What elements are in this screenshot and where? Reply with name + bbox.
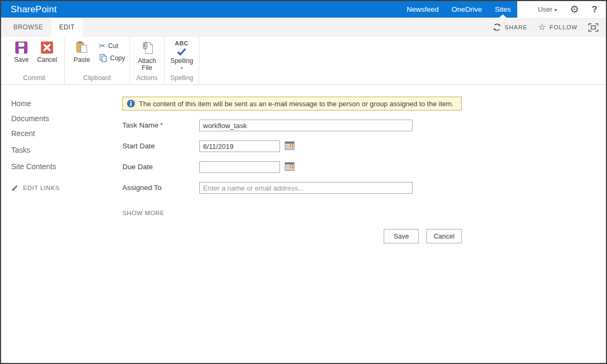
tab-actions: SHARE ☆ FOLLOW: [493, 18, 606, 37]
assigned-to-row: Assigned To: [122, 182, 464, 194]
sidebar-item-site-contents[interactable]: Site Contents: [11, 163, 122, 170]
ribbon-group-actions: Attach File Actions: [130, 37, 165, 84]
due-date-label: Due Date: [122, 161, 199, 171]
help-icon[interactable]: ?: [592, 4, 597, 15]
sidebar-item-recent[interactable]: Recent: [11, 130, 122, 137]
abc-text: ABC: [175, 41, 188, 46]
share-button[interactable]: SHARE: [493, 23, 527, 31]
tab-browse[interactable]: BROWSE: [5, 18, 51, 37]
group-label-actions: Actions: [134, 73, 160, 84]
due-date-picker-button[interactable]: [285, 162, 294, 172]
edit-item-form: The content of this item will be sent as…: [122, 97, 464, 362]
ribbon-cut-button[interactable]: ✂ Cut: [99, 42, 125, 50]
required-mark: *: [160, 121, 163, 129]
cut-label: Cut: [108, 42, 119, 50]
show-more-link[interactable]: SHOW MORE: [122, 210, 464, 216]
suite-link-onedrive[interactable]: OneDrive: [445, 1, 488, 18]
clipboard-icon: [75, 41, 89, 54]
x-square-icon: [40, 41, 54, 54]
sidebar-item-home[interactable]: Home: [11, 100, 122, 107]
start-date-row: Start Date: [122, 140, 464, 152]
share-label: SHARE: [504, 24, 527, 30]
ribbon-group-commit: Save Cancel Commit: [4, 37, 65, 84]
follow-label: FOLLOW: [550, 24, 578, 30]
scissors-icon: ✂: [99, 42, 106, 50]
paste-label: Paste: [74, 57, 90, 64]
copy-label: Copy: [110, 54, 125, 62]
suite-bar: SharePoint Newsfeed OneDrive Sites User …: [1, 1, 606, 18]
suite-nav: Newsfeed OneDrive Sites: [400, 1, 517, 18]
ribbon-group-spelling: ABC Spelling ▾ Spelling: [165, 37, 199, 84]
form-button-row: Save Cancel: [122, 229, 462, 243]
form-cancel-button[interactable]: Cancel: [426, 229, 462, 243]
ribbon-attach-file-button[interactable]: Attach File: [134, 39, 160, 72]
floppy-disk-icon: [14, 41, 28, 54]
group-label-spelling: Spelling: [169, 73, 194, 84]
sharepoint-window: SharePoint Newsfeed OneDrive Sites User …: [0, 0, 607, 364]
group-label-clipboard: Clipboard: [69, 73, 125, 84]
sidebar-item-tasks[interactable]: Tasks: [11, 146, 122, 154]
due-date-input[interactable]: [199, 161, 280, 173]
spelling-label: Spelling: [170, 58, 193, 65]
follow-button[interactable]: ☆ FOLLOW: [538, 23, 578, 31]
ribbon-spelling-button[interactable]: ABC Spelling ▾: [169, 39, 194, 70]
sync-arrows-icon: [493, 23, 501, 31]
sharepoint-logo: SharePoint: [11, 4, 57, 15]
ribbon-save-button[interactable]: Save: [9, 39, 34, 64]
user-menu[interactable]: User ▾: [538, 5, 557, 13]
attach-file-label: Attach File: [135, 58, 159, 72]
ribbon-group-clipboard: Paste ✂ Cut Copy Clipboa: [65, 37, 130, 84]
paperclip-page-icon: [140, 41, 154, 56]
calendar-icon: [285, 141, 294, 150]
notice-text: The content of this item will be sent as…: [139, 100, 454, 108]
chevron-down-icon: ▾: [181, 67, 183, 70]
suite-bar-user-region: User ▾ ⚙ ?: [517, 1, 606, 18]
tab-edit[interactable]: EDIT: [51, 18, 83, 37]
focus-on-content-button[interactable]: [588, 23, 598, 32]
assigned-to-label: Assigned To: [122, 182, 199, 192]
copy-pages-icon: [99, 53, 107, 62]
start-date-picker-button[interactable]: [285, 141, 294, 152]
suite-bar-blue-region: SharePoint Newsfeed OneDrive Sites: [1, 1, 517, 18]
ribbon-paste-button[interactable]: Paste: [69, 39, 95, 64]
edit-links-label: EDIT LINKS: [23, 185, 59, 191]
save-label: Save: [14, 57, 28, 64]
task-name-label-text: Task Name: [122, 121, 159, 129]
due-date-row: Due Date: [122, 161, 464, 173]
assigned-to-input[interactable]: [199, 182, 413, 194]
chevron-down-icon: ▾: [555, 7, 557, 13]
suite-link-sites[interactable]: Sites: [488, 1, 517, 18]
quick-launch-sidebar: Home Documents Recent Tasks Site Content…: [1, 97, 122, 362]
start-date-input[interactable]: [199, 140, 280, 152]
edit-links-button[interactable]: EDIT LINKS: [11, 184, 122, 192]
task-name-row: Task Name*: [122, 120, 464, 131]
calendar-icon: [285, 162, 294, 171]
ribbon-cancel-button[interactable]: Cancel: [34, 39, 60, 64]
task-name-input[interactable]: [199, 120, 413, 131]
gear-icon[interactable]: ⚙: [570, 4, 579, 14]
main-content: Home Documents Recent Tasks Site Content…: [1, 85, 606, 362]
focus-brackets-icon: [588, 23, 598, 32]
task-name-label: Task Name*: [122, 120, 199, 129]
info-icon: [127, 99, 135, 108]
ribbon-tab-row: BROWSE EDIT SHARE ☆ FOLLOW: [1, 18, 606, 37]
checkmark-icon: [177, 48, 186, 56]
group-label-commit: Commit: [9, 73, 60, 84]
sidebar-item-documents[interactable]: Documents: [11, 115, 122, 122]
ribbon-copy-button[interactable]: Copy: [99, 53, 125, 62]
ribbon: Save Cancel Commit: [1, 37, 606, 85]
suite-link-newsfeed[interactable]: Newsfeed: [400, 1, 445, 18]
user-menu-label: User: [538, 5, 552, 13]
notice-banner: The content of this item will be sent as…: [122, 97, 462, 110]
form-save-button[interactable]: Save: [384, 229, 419, 243]
cancel-label: Cancel: [37, 57, 57, 64]
star-icon: ☆: [538, 23, 546, 31]
start-date-label: Start Date: [122, 140, 199, 150]
pencil-icon: [11, 184, 19, 192]
